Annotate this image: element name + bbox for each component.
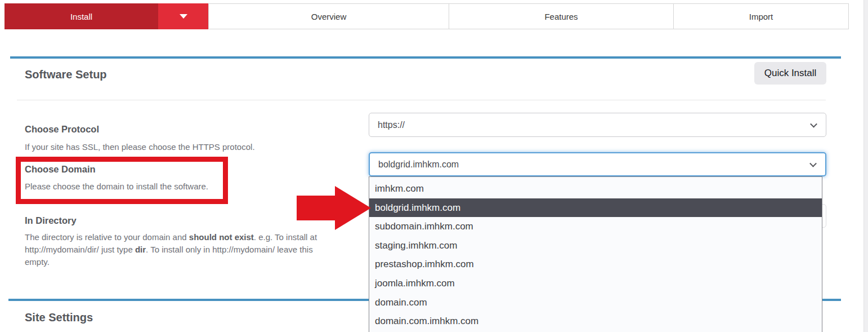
domain-select[interactable]: boldgrid.imhkm.com — [369, 152, 826, 176]
dropdown-option[interactable]: domain.com — [369, 293, 822, 312]
chevron-down-icon — [809, 160, 817, 167]
install-dropdown-toggle[interactable] — [158, 3, 208, 29]
tab-import-label: Import — [749, 12, 773, 21]
softaculous-install-page: Install Overview Features Import Softwar… — [0, 0, 868, 332]
software-setup-heading: Software Setup — [25, 68, 107, 81]
directory-label: In Directory — [25, 215, 77, 226]
quick-install-button[interactable]: Quick Install — [754, 62, 826, 85]
tab-features-label: Features — [544, 12, 578, 21]
tab-install[interactable]: Install — [5, 3, 158, 29]
chevron-down-icon — [810, 120, 817, 127]
header-divider — [17, 100, 826, 100]
domain-label: Choose Domain — [25, 164, 96, 175]
protocol-select-value: https:// — [378, 120, 405, 130]
domain-select-value: boldgrid.imhkm.com — [378, 160, 459, 170]
tab-overview[interactable]: Overview — [208, 3, 449, 29]
scrollbar[interactable] — [863, 0, 868, 332]
annotation-arrow-shaft — [297, 196, 336, 220]
protocol-help: If your site has SSL, then please choose… — [25, 141, 255, 153]
dropdown-option[interactable]: imhkm.com — [369, 179, 822, 198]
tab-features[interactable]: Features — [449, 3, 674, 29]
tab-install-label: Install — [70, 12, 92, 21]
section-divider-top — [10, 56, 841, 59]
protocol-label: Choose Protocol — [25, 124, 99, 135]
domain-dropdown-list: imhkm.com boldgrid.imhkm.com subdomain.i… — [369, 176, 822, 332]
protocol-select[interactable]: https:// — [369, 113, 826, 137]
quick-install-label: Quick Install — [764, 68, 817, 79]
directory-help: The directory is relative to your domain… — [25, 231, 332, 268]
tab-overview-label: Overview — [311, 12, 347, 21]
dropdown-option[interactable]: joomla.imhkm.com — [369, 274, 822, 293]
dropdown-option[interactable]: subdomain.imhkm.com — [369, 217, 822, 236]
dropdown-option-selected[interactable]: boldgrid.imhkm.com — [369, 198, 822, 218]
annotation-arrow-icon — [335, 186, 371, 230]
domain-help: Please choose the domain to install the … — [25, 180, 208, 193]
site-settings-heading: Site Settings — [25, 311, 93, 324]
caret-down-icon — [180, 14, 187, 19]
dropdown-option[interactable]: domain.com.imhkm.com — [369, 312, 822, 331]
dropdown-option[interactable]: staging.imhkm.com — [369, 236, 822, 255]
tab-import[interactable]: Import — [673, 3, 849, 29]
dropdown-option[interactable]: prestashop.imhkm.com — [369, 255, 822, 274]
